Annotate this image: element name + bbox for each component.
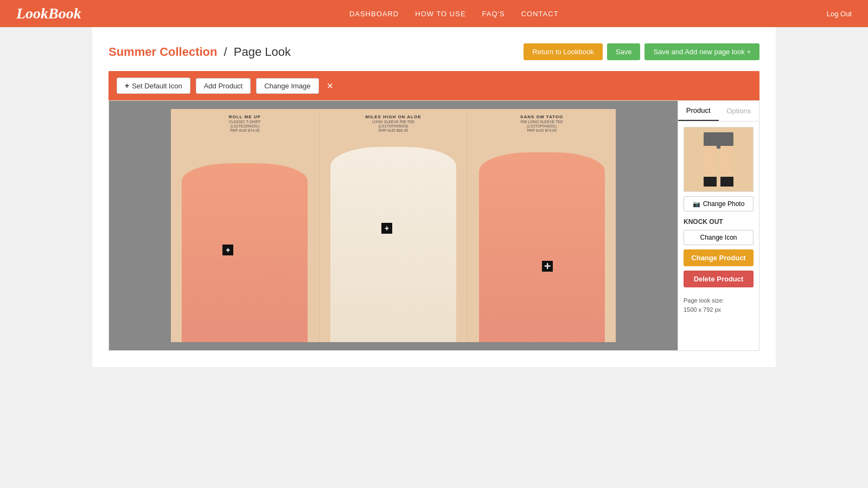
lookbook-image: ROLL ME UP CLASSIC T-SHIRT (LS1TE1054201… bbox=[171, 109, 616, 342]
toolbar: + Set Default Icon Add Product Change Im… bbox=[108, 71, 760, 100]
knockout-label: KNOCK OUT bbox=[684, 218, 754, 226]
sidebar-tabs: Product Options bbox=[678, 101, 759, 121]
add-product-button[interactable]: Add Product bbox=[196, 78, 251, 94]
change-product-button[interactable]: Change Product bbox=[684, 249, 754, 266]
add-pin-2[interactable]: + bbox=[381, 223, 392, 234]
product-1-name: ROLL ME UP bbox=[229, 114, 261, 119]
product-2-code: (LS1TOP045003) bbox=[379, 124, 409, 128]
change-image-button[interactable]: Change Image bbox=[256, 78, 318, 94]
logo: LookBook bbox=[16, 5, 81, 22]
thumbnail-boot-left bbox=[704, 177, 717, 187]
plus-icon: + bbox=[125, 81, 129, 90]
thumbnail-leg-right bbox=[720, 146, 733, 176]
save-button[interactable]: Save bbox=[607, 43, 641, 60]
main-content: Summer Collection / Page Look Return to … bbox=[92, 27, 776, 367]
return-button[interactable]: Return to Lookbook bbox=[524, 43, 602, 60]
product-1-sub: CLASSIC T-SHIRT bbox=[229, 120, 261, 124]
breadcrumb: Summer Collection / Page Look bbox=[108, 45, 291, 59]
delete-product-button[interactable]: Delete Product bbox=[684, 271, 754, 287]
camera-icon bbox=[693, 200, 700, 208]
page-look-wrapper: + Set Default Icon Add Product Change Im… bbox=[108, 71, 760, 351]
model-shape-3 bbox=[479, 152, 605, 342]
model-shape-2 bbox=[330, 147, 456, 342]
product-3-name: SANS OM TATOO bbox=[520, 114, 563, 119]
product-3-sub: RIB LONG SLEEVE TEE bbox=[521, 120, 563, 124]
product-1-price: RRP AUD $74.00 bbox=[230, 129, 259, 132]
breadcrumb-separator: / bbox=[224, 45, 227, 59]
thumbnail-boot-right bbox=[720, 177, 733, 187]
product-2-price: RRP AUD $66.00 bbox=[379, 129, 408, 132]
product-panel-3: SANS OM TATOO RIB LONG SLEEVE TEE (LS1TO… bbox=[468, 109, 616, 342]
nav-dashboard[interactable]: DASHBOARD bbox=[349, 10, 399, 18]
nav-faqs[interactable]: FAQ'S bbox=[482, 10, 505, 18]
thumbnail-image bbox=[704, 132, 733, 187]
thumbnail-leg-left bbox=[704, 146, 717, 176]
title-buttons: Return to Lookbook Save Save and Add new… bbox=[524, 43, 760, 60]
model-shape-1 bbox=[182, 163, 308, 342]
product-panel-2: MILES HIGH ON ALOE LONG SLEEVE RIB TEE (… bbox=[320, 109, 468, 342]
main-image-area: ROLL ME UP CLASSIC T-SHIRT (LS1TE1054201… bbox=[109, 101, 678, 350]
product-thumbnail bbox=[684, 127, 754, 192]
tab-product[interactable]: Product bbox=[678, 101, 719, 121]
sidebar: Product Options bbox=[678, 101, 759, 350]
nav-how-to-use[interactable]: HOW TO USE bbox=[415, 10, 465, 18]
breadcrumb-collection: Summer Collection bbox=[108, 45, 217, 59]
product-2-sub: LONG SLEEVE RIB TEE bbox=[372, 120, 414, 124]
add-pin-3[interactable]: ✛ bbox=[542, 261, 553, 272]
model-area-2: + bbox=[320, 135, 468, 342]
logout-button[interactable]: Log Out bbox=[827, 10, 852, 18]
page-look-size-value: 1500 x 792 px bbox=[684, 306, 721, 313]
set-default-icon-button[interactable]: + Set Default Icon bbox=[117, 78, 190, 94]
nav-contact[interactable]: CONTACT bbox=[521, 10, 559, 18]
model-area-1: + bbox=[171, 135, 319, 342]
model-area-3: ✛ bbox=[468, 135, 616, 342]
header: LookBook DASHBOARD HOW TO USE FAQ'S CONT… bbox=[0, 0, 868, 27]
product-1-code: (LS1TE1054201) bbox=[231, 124, 259, 128]
product-panel-1: ROLL ME UP CLASSIC T-SHIRT (LS1TE1054201… bbox=[171, 109, 320, 342]
save-add-button[interactable]: Save and Add new page look + bbox=[644, 43, 760, 60]
add-pin-1[interactable]: + bbox=[222, 245, 233, 255]
page-look-size-label: Page look size: bbox=[684, 297, 724, 304]
product-3-code: (LS1TOP048201) bbox=[527, 124, 557, 128]
product-3-price: RRP AUD $74.00 bbox=[527, 129, 557, 132]
sidebar-body: Change Photo KNOCK OUT Change Icon Chang… bbox=[678, 121, 759, 319]
page-look-size: Page look size: 1500 x 792 px bbox=[684, 296, 754, 314]
product-2-name: MILES HIGH ON ALOE bbox=[365, 114, 421, 119]
change-icon-button[interactable]: Change Icon bbox=[684, 230, 754, 245]
close-icon[interactable]: × bbox=[327, 80, 334, 92]
tab-options[interactable]: Options bbox=[719, 101, 760, 121]
main-nav: DASHBOARD HOW TO USE FAQ'S CONTACT bbox=[349, 10, 559, 18]
change-photo-button[interactable]: Change Photo bbox=[684, 196, 754, 211]
title-row: Summer Collection / Page Look Return to … bbox=[108, 38, 760, 60]
page-look-container: ROLL ME UP CLASSIC T-SHIRT (LS1TE1054201… bbox=[108, 100, 760, 351]
breadcrumb-page: Page Look bbox=[234, 45, 291, 59]
